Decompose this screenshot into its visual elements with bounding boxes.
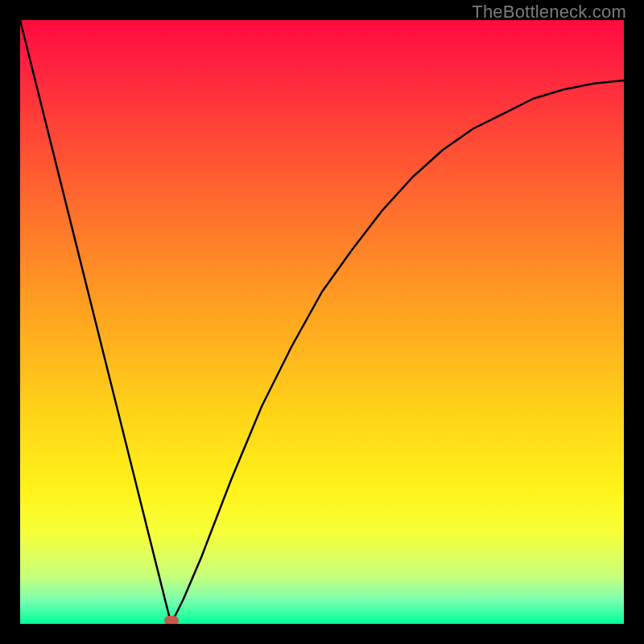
- bottleneck-curve: [20, 20, 624, 624]
- chart-frame: TheBottleneck.com: [0, 0, 644, 644]
- plot-area: [20, 20, 624, 624]
- optimum-marker-icon: [164, 616, 179, 624]
- curve-path: [20, 20, 624, 624]
